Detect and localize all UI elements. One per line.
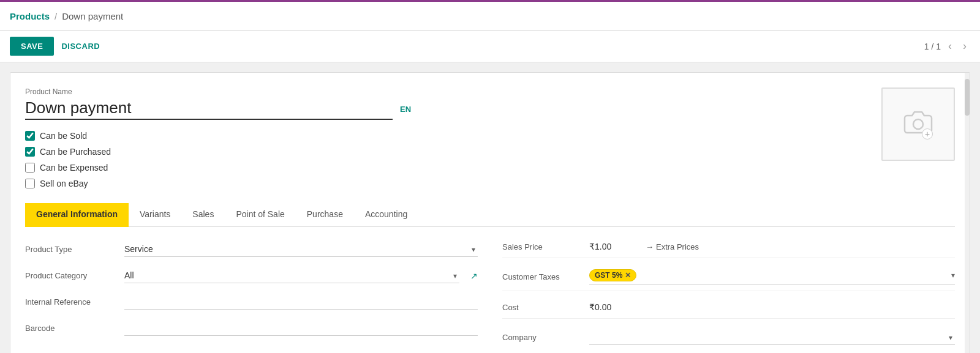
can-be-purchased-checkbox[interactable]: Can be Purchased bbox=[25, 147, 869, 157]
product-name-label: Product Name bbox=[25, 87, 869, 96]
gst-tag-remove-button[interactable]: ✕ bbox=[625, 271, 631, 280]
internal-reference-value bbox=[124, 294, 478, 310]
top-bar: Products / Down payment bbox=[0, 0, 980, 31]
pagination: 1 / 1 ‹ › bbox=[924, 39, 970, 54]
cost-row: Cost ₹0.00 bbox=[502, 302, 955, 319]
tab-accounting[interactable]: Accounting bbox=[354, 203, 418, 227]
customer-taxes-value: GST 5% ✕ ▾ bbox=[589, 269, 955, 284]
product-type-select[interactable]: Service Consumable Storable Product bbox=[124, 242, 478, 257]
arrow-right-icon: → bbox=[646, 242, 654, 251]
tab-general-information[interactable]: General Information bbox=[25, 203, 129, 227]
breadcrumb-current: Down payment bbox=[62, 11, 123, 21]
form-header-left: Product Name EN Can be Sold Can be Purch… bbox=[25, 87, 869, 188]
can-be-sold-checkbox[interactable]: Can be Sold bbox=[25, 131, 869, 141]
right-form-column: Sales Price ₹1.00 → Extra Prices Custome… bbox=[502, 242, 955, 353]
can-be-sold-input[interactable] bbox=[25, 131, 35, 141]
product-category-row: Product Category All ▾ ↗ bbox=[25, 268, 478, 283]
customer-taxes-label: Customer Taxes bbox=[502, 272, 582, 281]
tab-purchase[interactable]: Purchase bbox=[296, 203, 354, 227]
tabs: General Information Variants Sales Point… bbox=[25, 203, 955, 227]
sales-price-value: ₹1.00 bbox=[589, 242, 638, 251]
product-image[interactable]: + bbox=[881, 87, 955, 161]
prev-page-button[interactable]: ‹ bbox=[944, 39, 956, 54]
can-be-purchased-input[interactable] bbox=[25, 147, 35, 157]
sales-price-row: Sales Price ₹1.00 → Extra Prices bbox=[502, 242, 955, 258]
customer-taxes-row: Customer Taxes GST 5% ✕ ▾ bbox=[502, 269, 955, 291]
sell-on-ebay-input[interactable] bbox=[25, 179, 35, 188]
pagination-count: 1 / 1 bbox=[924, 42, 941, 51]
customer-taxes-dropdown-icon[interactable]: ▾ bbox=[951, 271, 955, 280]
product-type-select-wrapper: Service Consumable Storable Product ▾ bbox=[124, 242, 478, 257]
breadcrumb: Products / Down payment bbox=[10, 11, 123, 21]
internal-reference-row: Internal Reference bbox=[25, 294, 478, 310]
can-be-purchased-label: Can be Purchased bbox=[40, 147, 111, 157]
product-type-label: Product Type bbox=[25, 245, 117, 254]
cost-value: ₹0.00 bbox=[589, 302, 638, 312]
product-category-external-link-icon[interactable]: ↗ bbox=[470, 271, 478, 281]
can-be-expensed-checkbox[interactable]: Can be Expensed bbox=[25, 163, 869, 173]
product-category-select-wrapper: All ▾ bbox=[124, 268, 459, 283]
internal-reference-input[interactable] bbox=[124, 294, 478, 310]
product-category-label: Product Category bbox=[25, 271, 117, 280]
barcode-input[interactable] bbox=[124, 321, 478, 336]
product-category-value: All ▾ bbox=[124, 268, 459, 283]
product-type-row: Product Type Service Consumable Storable… bbox=[25, 242, 478, 257]
can-be-expensed-input[interactable] bbox=[25, 163, 35, 173]
tab-point-of-sale[interactable]: Point of Sale bbox=[225, 203, 295, 227]
cost-label: Cost bbox=[502, 303, 582, 312]
barcode-value bbox=[124, 321, 478, 336]
next-page-button[interactable]: › bbox=[959, 39, 970, 54]
form-header: Product Name EN Can be Sold Can be Purch… bbox=[25, 87, 955, 188]
sell-on-ebay-label: Sell on eBay bbox=[40, 179, 88, 188]
left-form-column: Product Type Service Consumable Storable… bbox=[25, 242, 478, 353]
barcode-label: Barcode bbox=[25, 324, 117, 333]
company-select[interactable] bbox=[589, 330, 955, 345]
save-button[interactable]: SAVE bbox=[10, 37, 54, 56]
product-type-value: Service Consumable Storable Product ▾ bbox=[124, 242, 478, 257]
can-be-sold-label: Can be Sold bbox=[40, 131, 87, 141]
discard-button[interactable]: DISCARD bbox=[61, 42, 100, 51]
breadcrumb-separator: / bbox=[55, 11, 57, 21]
extra-prices-link[interactable]: → Extra Prices bbox=[646, 242, 699, 251]
sales-price-label: Sales Price bbox=[502, 242, 582, 251]
internal-reference-label: Internal Reference bbox=[25, 297, 117, 307]
sell-on-ebay-checkbox[interactable]: Sell on eBay bbox=[25, 179, 869, 188]
form-body: Product Type Service Consumable Storable… bbox=[25, 242, 955, 353]
add-image-icon: + bbox=[922, 128, 933, 139]
barcode-row: Barcode bbox=[25, 321, 478, 336]
svg-point-0 bbox=[913, 119, 923, 129]
product-category-select[interactable]: All bbox=[124, 268, 459, 283]
action-bar: SAVE DISCARD 1 / 1 ‹ › bbox=[0, 31, 980, 62]
product-name-input[interactable] bbox=[25, 98, 393, 120]
tab-variants[interactable]: Variants bbox=[129, 203, 181, 227]
tab-sales[interactable]: Sales bbox=[181, 203, 225, 227]
language-badge[interactable]: EN bbox=[400, 105, 411, 114]
breadcrumb-products-link[interactable]: Products bbox=[10, 11, 50, 21]
scrollbar-track bbox=[965, 73, 970, 353]
product-name-row: EN bbox=[25, 98, 869, 120]
gst-tax-tag: GST 5% ✕ bbox=[589, 269, 636, 281]
checkbox-group: Can be Sold Can be Purchased Can be Expe… bbox=[25, 131, 869, 188]
extra-prices-label: Extra Prices bbox=[656, 242, 699, 251]
company-select-wrapper: ▾ bbox=[589, 330, 955, 345]
company-row: Company ▾ bbox=[502, 330, 955, 351]
company-label: Company bbox=[502, 333, 582, 342]
can-be-expensed-label: Can be Expensed bbox=[40, 163, 108, 173]
main-content: Product Name EN Can be Sold Can be Purch… bbox=[10, 72, 970, 353]
gst-tag-label: GST 5% bbox=[595, 271, 622, 280]
scrollbar-thumb[interactable] bbox=[965, 79, 970, 116]
